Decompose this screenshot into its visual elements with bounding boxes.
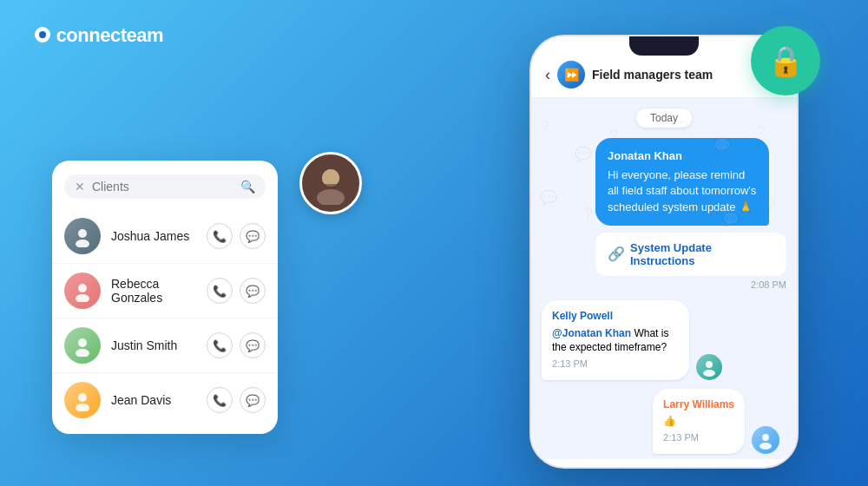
app-logo: connecteam — [35, 24, 163, 47]
message-text: 👍 — [663, 415, 676, 427]
chat-area: ? 💬 ? 🗨 ? 💬 ? 💬 ? 🗨 ? 💬 ? Today — [531, 98, 797, 459]
message-bubble: Jonatan Khan Hi everyone, please remind … — [595, 138, 769, 226]
svg-point-27 — [760, 443, 772, 450]
message-time: 2:13 PM — [552, 358, 679, 371]
avatar — [696, 354, 722, 380]
outgoing-message: Jonatan Khan Hi everyone, please remind … — [542, 138, 786, 290]
contact-actions: 📞 💬 — [207, 387, 266, 413]
svg-point-7 — [76, 404, 89, 411]
today-label: Today — [636, 108, 692, 128]
message-button[interactable]: 💬 — [240, 278, 266, 304]
message-sender: Jonatan Khan — [608, 148, 757, 164]
link-icon: 🔗 — [608, 246, 625, 262]
message-text: Hi everyone, please remind all field sta… — [608, 168, 756, 213]
contact-item: Rebecca Gonzales 📞 💬 — [52, 264, 278, 319]
svg-point-3 — [76, 294, 89, 302]
contact-name: Rebecca Gonzales — [111, 277, 196, 305]
message-sender: Kelly Powell — [552, 309, 679, 324]
contact-actions: 📞 💬 — [207, 278, 266, 304]
logo-icon — [35, 27, 50, 43]
link-label: System Update Instructions — [630, 241, 774, 267]
call-button[interactable]: 📞 — [207, 278, 233, 304]
contact-item: Joshua James 📞 💬 — [52, 209, 278, 264]
incoming-message: Kelly Powell @Jonatan Khan What is the e… — [542, 300, 786, 380]
search-icon: 🔍 — [240, 180, 255, 194]
svg-point-2 — [78, 284, 87, 292]
contact-item: Justin Smith 📞 💬 — [52, 319, 278, 373]
svg-point-0 — [78, 229, 87, 238]
contact-actions: 📞 💬 — [207, 332, 266, 358]
contacts-card: ✕ Clients 🔍 Joshua James 📞 💬 Rebecca Gon… — [52, 161, 278, 434]
message-text: @Jonatan Khan What is the expected timef… — [552, 327, 668, 354]
avatar — [752, 426, 779, 454]
svg-point-25 — [703, 370, 715, 377]
message-bubble: Kelly Powell @Jonatan Khan What is the e… — [542, 300, 689, 380]
avatar — [64, 218, 101, 254]
svg-point-26 — [762, 434, 769, 441]
avatar — [64, 327, 101, 364]
contact-actions: 📞 💬 — [207, 223, 266, 249]
back-button[interactable]: ‹ — [545, 66, 550, 84]
system-update-link[interactable]: 🔗 System Update Instructions — [595, 233, 786, 276]
svg-point-5 — [76, 349, 89, 357]
incoming-message-right: Larry Williams 👍 2:13 PM — [542, 389, 779, 454]
search-placeholder: Clients — [92, 180, 233, 194]
avatar — [64, 382, 101, 418]
message-button[interactable]: 💬 — [240, 223, 266, 249]
avatar — [64, 273, 101, 309]
contact-name: Joshua James — [111, 229, 196, 243]
message-time: 2:13 PM — [663, 431, 734, 444]
call-button[interactable]: 📞 — [207, 223, 233, 249]
svg-point-9 — [317, 189, 345, 205]
svg-point-4 — [78, 338, 87, 347]
svg-point-24 — [706, 361, 713, 368]
message-sender: Larry Williams — [663, 397, 734, 412]
contact-name: Jean Davis — [111, 393, 196, 407]
today-badge: Today — [542, 108, 786, 128]
message-time: 2:08 PM — [751, 279, 786, 290]
contact-name: Justin Smith — [111, 338, 196, 352]
phone-mockup: ‹ ⏩ Field managers team ? 💬 ? 🗨 ? 💬 ? 💬 … — [529, 35, 799, 469]
mention: @Jonatan Khan — [552, 327, 631, 339]
message-button[interactable]: 💬 — [240, 332, 266, 358]
lock-badge: 🔒 — [751, 26, 820, 95]
call-button[interactable]: 📞 — [207, 332, 233, 358]
channel-avatar: ⏩ — [557, 61, 585, 89]
call-button[interactable]: 📞 — [207, 387, 233, 413]
message-button[interactable]: 💬 — [240, 387, 266, 413]
logo-text: connecteam — [56, 24, 163, 46]
message-bubble: Larry Williams 👍 2:13 PM — [653, 389, 745, 454]
svg-point-1 — [76, 240, 89, 247]
lock-icon: 🔒 — [767, 43, 804, 78]
svg-point-6 — [78, 393, 87, 402]
contact-item: Jean Davis 📞 💬 — [52, 373, 278, 427]
clear-search-icon[interactable]: ✕ — [75, 180, 85, 194]
phone-notch — [629, 36, 699, 56]
sender-avatar — [299, 152, 362, 214]
search-bar[interactable]: ✕ Clients 🔍 — [64, 174, 266, 199]
